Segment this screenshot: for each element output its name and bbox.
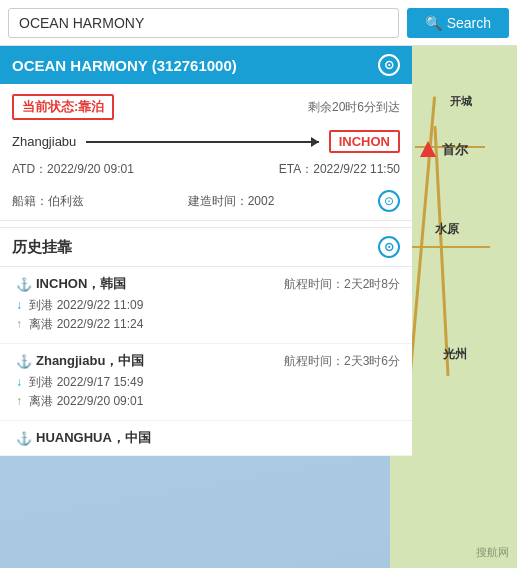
history-port-name-2: ⚓ Zhangjiabu，中国 — [16, 352, 144, 370]
time-row: ATD：2022/9/20 09:01 ETA：2022/9/22 11:50 — [12, 161, 400, 178]
ship-header: OCEAN HARMONY (312761000) ⊙ — [0, 46, 412, 84]
history-departure-2: ↑ 离港 2022/9/20 09:01 — [16, 393, 400, 410]
destination-badge: INCHON — [329, 130, 400, 153]
anchor-icon-2: ⚓ — [16, 354, 32, 369]
history-port-row-1: ⚓ INCHON，韩国 航程时间：2天2时8分 — [16, 275, 400, 293]
details-row: 船籍：伯利兹 建造时间：2002 ⊙ — [12, 186, 400, 212]
history-title: 历史挂靠 — [12, 238, 72, 257]
remaining-time: 剩余20时6分到达 — [308, 99, 400, 116]
history-departure-1: ↑ 离港 2022/9/22 11:24 — [16, 316, 400, 333]
details-expand-icon: ⊙ — [384, 194, 394, 208]
city-gaeseong: 开城 — [450, 94, 472, 109]
ship-info-section: 当前状态:靠泊 剩余20时6分到达 Zhangjiabu INCHON ATD：… — [0, 84, 412, 221]
search-bar: 🔍 Search — [0, 0, 517, 46]
search-icon: 🔍 — [425, 15, 442, 31]
city-suwon: 水原 — [435, 221, 459, 238]
city-seoul: 首尔 — [442, 141, 468, 159]
city-gwangju: 光州 — [443, 346, 467, 363]
atd-label: ATD：2022/9/20 09:01 — [12, 161, 134, 178]
anchor-icon-1: ⚓ — [16, 277, 32, 292]
search-button-label: Search — [447, 15, 491, 31]
history-port-name-3: ⚓ HUANGHUA，中国 — [16, 429, 151, 447]
status-row: 当前状态:靠泊 剩余20时6分到达 — [12, 94, 400, 120]
history-list: ⚓ INCHON，韩国 航程时间：2天2时8分 ↓ 到港 2022/9/22 1… — [0, 267, 412, 456]
history-header: 历史挂靠 ⊙ — [0, 228, 412, 267]
origin-label: Zhangjiabu — [12, 134, 76, 149]
details-expand-button[interactable]: ⊙ — [378, 190, 400, 212]
anchor-icon-3: ⚓ — [16, 431, 32, 446]
history-section: 历史挂靠 ⊙ ⚓ INCHON，韩国 航程时间：2天2时8分 ↓ 到港 2022… — [0, 227, 412, 456]
ship-header-expand[interactable]: ⊙ — [378, 54, 400, 76]
history-item: ⚓ HUANGHUA，中国 — [0, 421, 412, 456]
history-port-row-2: ⚓ Zhangjiabu，中国 航程时间：2天3时6分 — [16, 352, 400, 370]
route-arrow — [86, 141, 318, 143]
map-road-4 — [410, 246, 490, 248]
search-button[interactable]: 🔍 Search — [407, 8, 509, 38]
history-duration-2: 航程时间：2天3时6分 — [284, 353, 400, 370]
flag-label: 船籍：伯利兹 — [12, 193, 84, 210]
watermark: 搜航网 — [476, 545, 509, 560]
eta-label: ETA：2022/9/22 11:50 — [279, 161, 400, 178]
history-arrival-2: ↓ 到港 2022/9/17 15:49 — [16, 374, 400, 391]
history-port-row-3: ⚓ HUANGHUA，中国 — [16, 429, 400, 447]
ship-header-title: OCEAN HARMONY (312761000) — [12, 57, 237, 74]
map-marker — [420, 141, 436, 157]
ship-header-expand-icon: ⊙ — [384, 58, 394, 72]
search-input[interactable] — [8, 8, 399, 38]
route-row: Zhangjiabu INCHON — [12, 130, 400, 153]
history-expand-button[interactable]: ⊙ — [378, 236, 400, 258]
history-item: ⚓ Zhangjiabu，中国 航程时间：2天3时6分 ↓ 到港 2022/9/… — [0, 344, 412, 421]
build-year-label: 建造时间：2002 — [188, 193, 275, 210]
history-expand-icon: ⊙ — [384, 240, 394, 254]
history-duration-1: 航程时间：2天2时8分 — [284, 276, 400, 293]
history-arrival-1: ↓ 到港 2022/9/22 11:09 — [16, 297, 400, 314]
ship-panel: OCEAN HARMONY (312761000) ⊙ 当前状态:靠泊 剩余20… — [0, 46, 412, 456]
history-port-name-1: ⚓ INCHON，韩国 — [16, 275, 126, 293]
status-badge: 当前状态:靠泊 — [12, 94, 114, 120]
history-item: ⚓ INCHON，韩国 航程时间：2天2时8分 ↓ 到港 2022/9/22 1… — [0, 267, 412, 344]
